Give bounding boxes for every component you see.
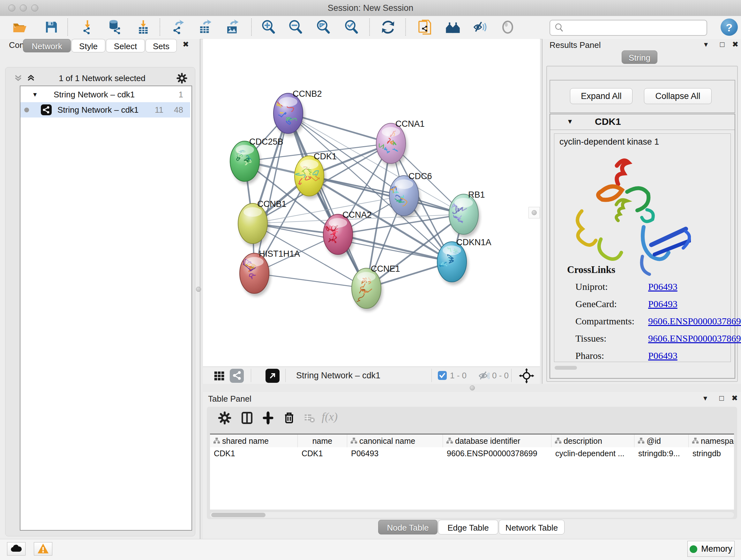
string-import-button[interactable] xyxy=(416,18,433,37)
panel-splitter-grip[interactable] xyxy=(196,287,201,292)
tab-edge-table[interactable]: Edge Table xyxy=(438,520,498,535)
tab-select[interactable]: Select xyxy=(106,39,145,52)
tab-style[interactable]: Style xyxy=(71,39,105,52)
node-RB1[interactable]: RB1 xyxy=(449,190,485,237)
footer-separator xyxy=(251,369,251,382)
close-panel-icon[interactable]: ✖ xyxy=(183,40,189,49)
results-hscroll-thumb[interactable] xyxy=(555,366,577,370)
expand-all-networks-icon[interactable] xyxy=(24,73,38,84)
horizontal-splitter[interactable] xyxy=(203,384,741,392)
import-network-from-database-button[interactable] xyxy=(106,18,123,37)
export-image-button[interactable] xyxy=(224,18,241,37)
zoom-out-button[interactable] xyxy=(287,18,304,37)
crosslink-compartments-link[interactable]: 9606.ENSP00000378699 xyxy=(648,316,741,327)
create-column-icon[interactable] xyxy=(259,409,277,427)
node-CCNA2[interactable]: CCNA2 xyxy=(323,210,372,257)
cell-shared-name: CDK1 xyxy=(210,447,298,459)
node-table: shared name name canonical name database… xyxy=(210,434,734,509)
crosslink-uniprot-link[interactable]: P06493 xyxy=(648,281,677,292)
memory-button[interactable]: Memory xyxy=(687,541,735,557)
network-row-selected[interactable]: String Network – cdk1 11 48 xyxy=(20,102,190,118)
tab-node-table[interactable]: Node Table xyxy=(378,520,437,535)
tab-network-table[interactable]: Network Table xyxy=(499,520,564,535)
collapse-panel-icon[interactable]: ▾ xyxy=(704,40,708,49)
collapse-all-networks-icon[interactable] xyxy=(11,73,25,84)
cell-name: CDK1 xyxy=(298,447,347,459)
fit-selected-crosshair-icon[interactable] xyxy=(517,368,533,384)
table-gear-icon[interactable] xyxy=(216,409,233,427)
selected-checkbox-icon[interactable] xyxy=(438,371,447,380)
table-hscrollbar[interactable] xyxy=(210,512,734,518)
export-table-button[interactable] xyxy=(197,18,214,37)
zoom-in-button[interactable] xyxy=(260,18,277,37)
crosslink-pharos-link[interactable]: P06493 xyxy=(648,350,677,361)
gene-section-header[interactable]: ▾ CDK1 xyxy=(550,114,735,130)
close-panel-icon[interactable]: ✖ xyxy=(731,393,738,403)
tab-network[interactable]: Network xyxy=(23,39,71,52)
node-HIST1H1A[interactable]: HIST1H1A xyxy=(240,249,300,296)
node-CCNE1[interactable]: CCNE1 xyxy=(352,264,400,311)
toolbar-separator xyxy=(159,18,160,36)
node-CDK1[interactable]: CDK1 xyxy=(294,152,337,199)
expand-all-button[interactable]: Expand All xyxy=(570,88,632,104)
zoom-fit-button[interactable] xyxy=(315,18,332,37)
float-panel-icon[interactable]: □ xyxy=(720,40,725,49)
refresh-button[interactable] xyxy=(380,18,397,37)
cloud-status-button[interactable] xyxy=(7,542,25,556)
column-header-shared-name[interactable]: shared name xyxy=(210,435,298,447)
crosslink-tissues-link[interactable]: 9606.ENSP00000378699 xyxy=(648,333,741,344)
collection-label: String Network – cdk1 xyxy=(54,87,135,102)
network-label: String Network – cdk1 xyxy=(57,102,138,118)
grid-view-icon[interactable] xyxy=(211,369,225,383)
node-CDKN1A[interactable]: CDKN1A xyxy=(437,238,491,285)
help-button[interactable]: ? xyxy=(721,18,738,36)
column-header-namespace[interactable]: namespace xyxy=(689,435,734,447)
warning-status-button[interactable] xyxy=(34,542,52,556)
table-hscroll-thumb[interactable] xyxy=(211,513,266,517)
import-table-button[interactable] xyxy=(135,18,152,37)
results-splitter-handle[interactable] xyxy=(529,207,540,219)
open-session-button[interactable] xyxy=(11,18,28,37)
show-columns-icon[interactable] xyxy=(238,409,256,427)
string-view-icon[interactable] xyxy=(230,369,244,383)
close-panel-icon[interactable]: ✖ xyxy=(732,40,738,49)
search-icon xyxy=(554,23,564,33)
column-header-canonical-name[interactable]: canonical name xyxy=(347,435,443,447)
column-header-database-identifier[interactable]: database identifier xyxy=(443,435,551,447)
results-panel-title: Results Panel xyxy=(549,40,601,50)
toolbar-separator xyxy=(369,18,370,36)
cell-namespace: stringdb xyxy=(689,447,734,459)
section-collapse-icon[interactable]: ▾ xyxy=(568,117,572,126)
toolbar-separator xyxy=(251,18,252,36)
enhanced-graphics-button[interactable] xyxy=(471,18,488,37)
network-options-gear-icon[interactable] xyxy=(174,72,187,85)
network-collection-row[interactable]: ▾ String Network – cdk1 1 xyxy=(20,87,190,102)
tab-string-results[interactable]: String xyxy=(622,51,657,64)
tab-sets[interactable]: Sets xyxy=(145,39,177,52)
column-header-description[interactable]: description xyxy=(551,435,634,447)
node-label-CCNE1: CCNE1 xyxy=(371,264,400,273)
bird-eye-toggle-button[interactable] xyxy=(499,18,516,37)
import-network-button[interactable] xyxy=(79,18,96,37)
delete-column-trash-icon[interactable] xyxy=(280,409,298,427)
collapse-all-button[interactable]: Collapse All xyxy=(644,88,712,104)
network-canvas[interactable]: CCNB2CCNA1CDC25BCDK1CDC6RB1CCNB1CCNA2CDK… xyxy=(203,39,540,367)
search-input[interactable] xyxy=(567,21,702,34)
node-CCNB1[interactable]: CCNB1 xyxy=(238,199,286,246)
tree-expand-icon[interactable]: ▾ xyxy=(33,87,37,102)
crosslink-label: Uniprot: xyxy=(576,281,608,292)
column-header-name[interactable]: name xyxy=(298,435,347,447)
float-panel-icon[interactable]: □ xyxy=(719,393,724,403)
node-CCNB2[interactable]: CCNB2 xyxy=(273,89,322,136)
crosslink-genecard-link[interactable]: P06493 xyxy=(648,299,677,309)
open-in-window-icon[interactable] xyxy=(266,369,280,383)
node-CCNA1[interactable]: CCNA1 xyxy=(376,119,425,166)
export-network-button[interactable] xyxy=(170,18,187,37)
window-title: Session: New Session xyxy=(0,0,741,16)
home-networks-button[interactable] xyxy=(444,18,461,37)
zoom-selected-button[interactable] xyxy=(343,18,360,37)
protein-structure-image xyxy=(563,153,691,281)
collapse-panel-icon[interactable]: ▾ xyxy=(703,393,707,403)
save-session-button[interactable] xyxy=(43,18,60,37)
column-header-id[interactable]: @id xyxy=(634,435,689,447)
